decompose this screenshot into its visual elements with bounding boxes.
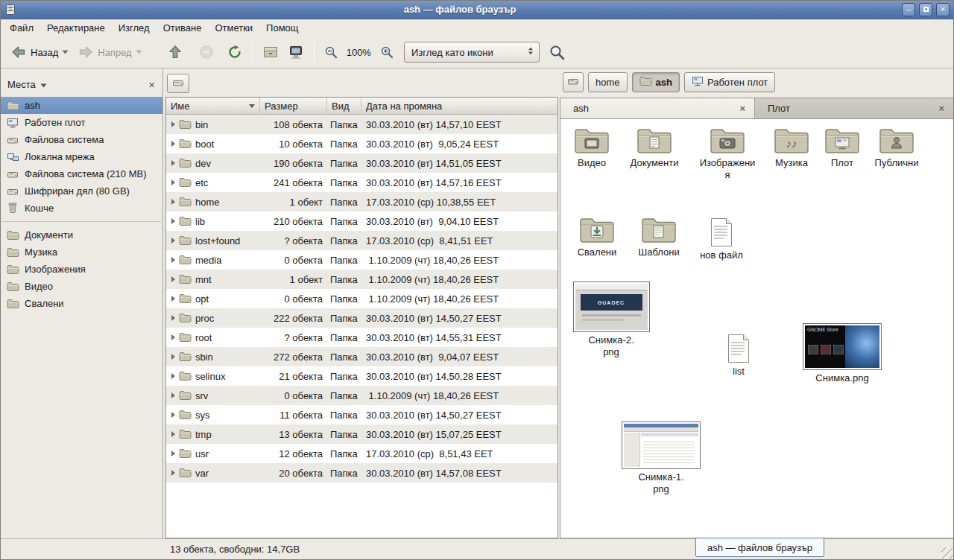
file-row-media[interactable]: media0 обектаПапка 1.10.2009 (чт) 18,40,… bbox=[166, 250, 557, 270]
file-row-var[interactable]: var20 обектаПапка30.03.2010 (вт) 14,57,0… bbox=[166, 463, 557, 483]
reload-button[interactable] bbox=[223, 42, 247, 63]
file-row-sbin[interactable]: sbin272 обектаПапка30.03.2010 (вт) 9,04,… bbox=[166, 347, 557, 366]
expander-icon[interactable] bbox=[171, 296, 175, 302]
zoom-level[interactable]: 100% bbox=[347, 47, 371, 58]
sidebar-title[interactable]: Места bbox=[7, 79, 36, 90]
minimize-button[interactable]: – bbox=[902, 3, 915, 16]
path-ash-button[interactable]: ash bbox=[632, 72, 680, 92]
expander-icon[interactable] bbox=[171, 392, 175, 398]
file-row-lib[interactable]: lib210 обектаПапка30.03.2010 (вт) 9,04,1… bbox=[166, 211, 557, 231]
sidebar-item-desktop[interactable]: Работен плот bbox=[0, 114, 162, 131]
expander-icon[interactable] bbox=[171, 315, 175, 321]
file-row-usr[interactable]: usr12 обектаПапка17.03.2010 (ср) 8,51,43… bbox=[166, 444, 557, 463]
sidebar-item-downloads[interactable]: Свалени bbox=[0, 295, 162, 312]
sidebar-item-local-network[interactable]: Локална мрежа bbox=[0, 148, 162, 165]
folder-video[interactable]: Видео bbox=[560, 125, 623, 169]
file-row-bin[interactable]: bin108 обектаПапка30.03.2010 (вт) 14,57,… bbox=[166, 115, 557, 134]
path-home-button[interactable]: home bbox=[588, 72, 628, 92]
menu-view[interactable]: Изглед bbox=[112, 19, 157, 36]
tab-plot[interactable]: Плот× bbox=[755, 98, 953, 118]
sidebar-close-icon[interactable]: × bbox=[148, 79, 155, 90]
file-row-srv[interactable]: srv0 обектаПапка 1.10.2009 (чт) 18,40,26… bbox=[166, 386, 557, 405]
forward-button[interactable]: Напред bbox=[73, 42, 146, 63]
folder-desktop[interactable]: Плот bbox=[816, 125, 868, 169]
expander-icon[interactable] bbox=[171, 470, 175, 476]
menu-file[interactable]: Файл bbox=[3, 19, 40, 36]
column-header-date[interactable]: Дата на промяна bbox=[361, 98, 557, 114]
left-pane-root-button[interactable] bbox=[167, 74, 189, 93]
column-header-type[interactable]: Вид bbox=[327, 98, 361, 114]
file-row-mnt[interactable]: mnt1 обектПапка 1.10.2009 (чт) 18,40,26 … bbox=[166, 270, 557, 289]
folder-public[interactable]: Публични bbox=[863, 125, 930, 169]
expander-icon[interactable] bbox=[171, 141, 175, 147]
file-row-home[interactable]: home1 обектПапка17.03.2010 (ср) 10,38,55… bbox=[166, 192, 557, 211]
folder-downloads[interactable]: Свалени bbox=[563, 214, 631, 258]
resize-grip-icon[interactable] bbox=[941, 547, 953, 559]
file-row-proc[interactable]: proc222 обектаПапка30.03.2010 (вт) 14,50… bbox=[166, 308, 557, 328]
expander-icon[interactable] bbox=[171, 121, 175, 127]
file-row-etc[interactable]: etc241 обектаПапка30.03.2010 (вт) 14,57,… bbox=[166, 173, 557, 192]
folder-documents[interactable]: Документи bbox=[621, 125, 688, 169]
sidebar-item-filesystem-210mb[interactable]: Файлова система (210 MB) bbox=[0, 165, 162, 182]
file-row-dev[interactable]: dev190 обектаПапка30.03.2010 (вт) 14,51,… bbox=[166, 153, 557, 173]
thumbnail-snimka[interactable]: GNOME StoreСнимка.png bbox=[800, 323, 884, 384]
path-root-button[interactable] bbox=[563, 72, 584, 92]
file-row-tmp[interactable]: tmp13 обектаПапка30.03.2010 (вт) 15,07,2… bbox=[166, 424, 557, 444]
column-header-name[interactable]: Име bbox=[166, 98, 260, 114]
sidebar-item-music[interactable]: Музика bbox=[0, 244, 162, 261]
zoom-out-button[interactable] bbox=[320, 42, 342, 62]
sidebar-item-ash[interactable]: ash bbox=[0, 97, 162, 114]
menu-edit[interactable]: Редактиране bbox=[40, 19, 112, 36]
tab-close-icon[interactable]: × bbox=[732, 104, 745, 113]
expander-icon[interactable] bbox=[171, 451, 175, 456]
sidebar-item-filesystem[interactable]: Файлова система bbox=[0, 131, 162, 148]
icon-view[interactable]: ВидеоДокументиИзображения♪♪МузикаПлотПуб… bbox=[560, 118, 954, 538]
expander-icon[interactable] bbox=[171, 179, 175, 185]
computer-button[interactable] bbox=[283, 42, 309, 63]
expander-icon[interactable] bbox=[171, 354, 175, 360]
sidebar-item-trash[interactable]: Кошче bbox=[0, 200, 162, 217]
folder-pictures[interactable]: Изображения bbox=[696, 125, 759, 181]
maximize-button[interactable] bbox=[919, 3, 932, 16]
sidebar-item-encrypted-80gb[interactable]: Шифриран дял (80 GB) bbox=[0, 182, 162, 200]
file-row-selinux[interactable]: selinux21 обектаПапка30.03.2010 (вт) 14,… bbox=[166, 366, 557, 386]
expander-icon[interactable] bbox=[171, 160, 175, 166]
folder-music[interactable]: ♪♪Музика bbox=[760, 125, 823, 169]
tab-close-icon[interactable]: × bbox=[931, 104, 944, 113]
expander-icon[interactable] bbox=[171, 218, 175, 224]
up-button[interactable] bbox=[163, 41, 187, 63]
expander-icon[interactable] bbox=[171, 276, 175, 282]
path-desktop-button[interactable]: Работен плот bbox=[684, 72, 775, 92]
file-row-root[interactable]: root? обектаПапка30.03.2010 (вт) 14,55,3… bbox=[166, 328, 557, 347]
file-row-sys[interactable]: sys11 обектаПапка30.03.2010 (вт) 14,50,2… bbox=[166, 405, 557, 424]
expander-icon[interactable] bbox=[171, 334, 175, 340]
thumbnail-snimka-1[interactable]: Снимка-1.png bbox=[620, 421, 702, 495]
new-file[interactable]: нов файл bbox=[688, 217, 755, 261]
expander-icon[interactable] bbox=[171, 431, 175, 437]
folder-templates[interactable]: Шаблони bbox=[625, 214, 692, 258]
expander-icon[interactable] bbox=[171, 412, 175, 418]
menu-bookmarks[interactable]: Отметки bbox=[208, 19, 259, 36]
expander-icon[interactable] bbox=[171, 199, 175, 205]
file-row-boot[interactable]: boot10 обектаПапка30.03.2010 (вт) 9,05,2… bbox=[166, 134, 557, 153]
sidebar-title-chevron-icon[interactable] bbox=[40, 79, 47, 90]
home-button[interactable] bbox=[258, 42, 283, 63]
expander-icon[interactable] bbox=[171, 373, 175, 379]
zoom-in-button[interactable] bbox=[376, 42, 398, 62]
thumbnail-snimka-2[interactable]: GUADECСнимка-2.png bbox=[570, 281, 652, 358]
back-history-chevron-icon[interactable] bbox=[62, 50, 69, 54]
sidebar-item-pictures[interactable]: Изображения bbox=[0, 261, 162, 278]
tab-ash[interactable]: ash× bbox=[560, 98, 755, 118]
search-button[interactable] bbox=[547, 42, 567, 63]
stop-button[interactable] bbox=[195, 42, 218, 63]
close-button[interactable]: × bbox=[936, 3, 950, 16]
file-row-lost+found[interactable]: lost+found? обектаПапка17.03.2010 (ср) 8… bbox=[166, 231, 557, 250]
expander-icon[interactable] bbox=[171, 257, 175, 263]
file-row-opt[interactable]: opt0 обектаПапка 1.10.2009 (чт) 18,40,26… bbox=[166, 289, 557, 308]
titlebar[interactable]: ash — файлов браузър – × bbox=[0, 0, 954, 19]
expander-icon[interactable] bbox=[171, 238, 175, 244]
column-header-size[interactable]: Размер bbox=[260, 98, 327, 114]
menu-go[interactable]: Отиване bbox=[157, 19, 209, 36]
back-button[interactable]: Назад bbox=[6, 42, 73, 63]
menu-help[interactable]: Помощ bbox=[259, 19, 305, 36]
